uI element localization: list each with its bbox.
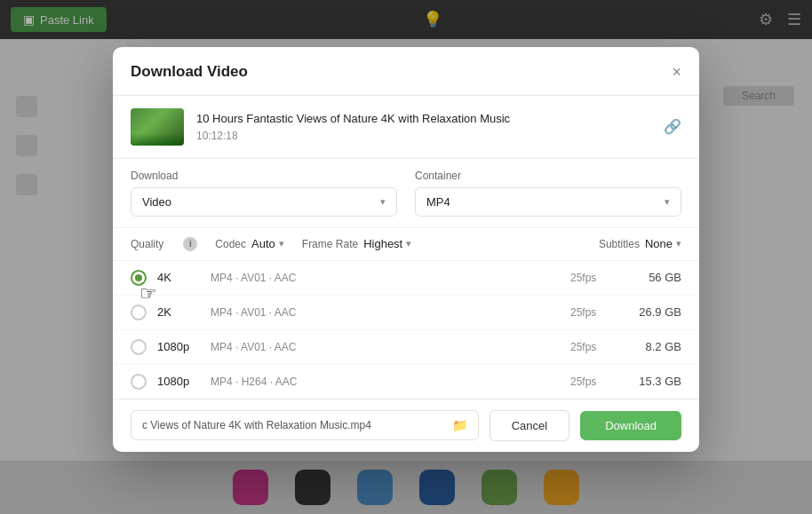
quality-options-row: Quality i Codec Auto ▾ Frame Rate Highes… [113,227,699,260]
modal-footer: c Views of Nature 4K with Relaxation Mus… [113,399,699,451]
quality-size: 56 GB [624,271,681,284]
framerate-label: Frame Rate [302,237,358,249]
quality-name: 4K [157,271,211,284]
quality-name: 1080p [157,340,211,353]
quality-size: 8.2 GB [624,340,681,353]
framerate-value: Highest [363,237,402,250]
quality-fps: 25fps [570,340,624,352]
quality-item[interactable]: 1080pMP4 · AV01 · AAC25fps8.2 GB [113,329,699,364]
subtitles-value: None [645,237,673,250]
quality-list: 4KMP4 · AV01 · AAC25fps56 GB2KMP4 · AV01… [113,260,699,399]
framerate-dropdown[interactable]: Highest ▾ [363,237,411,250]
download-chevron-icon: ▾ [380,195,386,207]
quality-spec: MP4 · AV01 · AAC [211,340,570,352]
radio-button [131,304,147,320]
quality-spec: MP4 · AV01 · AAC [211,305,570,318]
quality-name: 2K [157,305,211,319]
download-group: Download Video ▾ [131,169,397,216]
video-thumbnail [131,107,184,145]
quality-fps: 25fps [570,375,624,387]
radio-button [131,373,147,389]
quality-fps: 25fps [570,305,624,318]
codec-value: Auto [251,237,275,250]
quality-item[interactable]: 4KMP4 · AV01 · AAC25fps56 GB [113,260,699,295]
video-duration: 10:12:18 [196,129,651,141]
codec-dropdown[interactable]: Auto ▾ [251,237,284,250]
container-label: Container [415,169,681,181]
subtitles-label: Subtitles [599,237,640,249]
download-container-row: Download Video ▾ Container MP4 ▾ [113,158,699,227]
subtitles-chevron-icon: ▾ [676,238,681,249]
download-video-modal: Download Video × 10 Hours Fantastic View… [113,46,699,451]
radio-button [131,269,147,285]
filename-field[interactable]: c Views of Nature 4K with Relaxation Mus… [131,410,479,440]
video-info-row: 10 Hours Fantastic Views of Nature 4K wi… [113,95,699,158]
video-title: 10 Hours Fantastic Views of Nature 4K wi… [196,111,651,127]
quality-info-badge[interactable]: i [183,236,197,250]
quality-item[interactable]: 2KMP4 · AV01 · AAC25fps26.9 GB [113,295,699,329]
download-dropdown-value: Video [142,194,171,208]
quality-fps: 25fps [570,271,624,283]
framerate-chevron-icon: ▾ [406,238,411,249]
container-dropdown-value: MP4 [426,194,450,208]
download-label: Download [131,169,397,181]
codec-chevron-icon: ▾ [279,238,284,249]
download-dropdown[interactable]: Video ▾ [131,186,397,216]
container-group: Container MP4 ▾ [415,169,681,216]
container-chevron-icon: ▾ [665,195,670,207]
quality-size: 26.9 GB [624,305,681,319]
framerate-group: Frame Rate Highest ▾ [302,237,411,250]
close-button[interactable]: × [672,63,681,79]
quality-size: 15.3 GB [624,375,681,388]
video-details: 10 Hours Fantastic Views of Nature 4K wi… [196,111,651,141]
container-dropdown[interactable]: MP4 ▾ [415,186,681,216]
cancel-button[interactable]: Cancel [490,409,569,440]
folder-icon: 📁 [452,418,467,432]
subtitles-dropdown[interactable]: None ▾ [645,237,681,250]
download-button[interactable]: Download [580,410,681,439]
filename-text: c Views of Nature 4K with Relaxation Mus… [142,419,445,431]
codec-group: Codec Auto ▾ [215,237,283,250]
modal-header: Download Video × [113,46,699,95]
codec-label: Codec [215,237,246,249]
radio-button [131,338,147,354]
subtitles-group: Subtitles None ▾ [599,237,681,250]
link-icon-button[interactable]: 🔗 [664,118,681,135]
quality-label: Quality [131,237,163,249]
modal-title: Download Video [131,62,248,80]
quality-spec: MP4 · H264 · AAC [211,375,570,387]
quality-item[interactable]: 1080pMP4 · H264 · AAC25fps15.3 GB [113,364,699,398]
quality-name: 1080p [157,375,211,388]
quality-spec: MP4 · AV01 · AAC [211,271,570,283]
